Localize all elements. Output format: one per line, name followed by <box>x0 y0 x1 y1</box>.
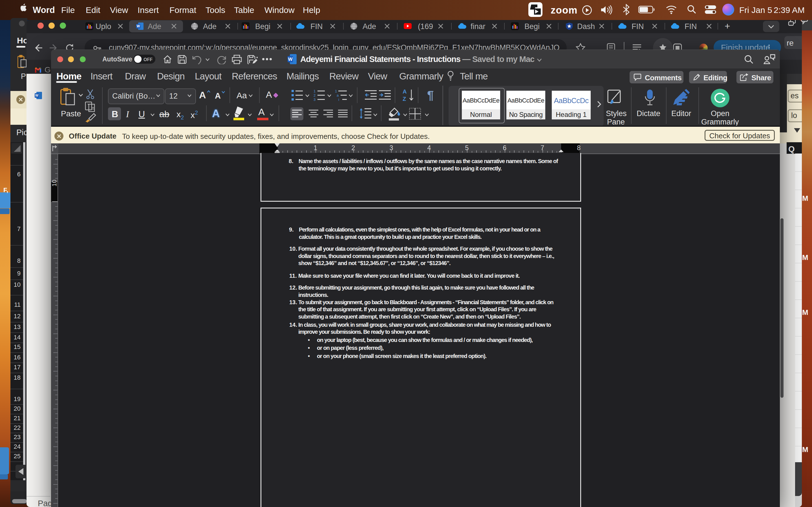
svg-text:i: i <box>338 98 339 101</box>
svg-text:2: 2 <box>313 93 315 98</box>
svg-text:A: A <box>403 89 407 95</box>
svg-text:1: 1 <box>313 89 315 93</box>
svg-text:1: 1 <box>335 89 337 93</box>
svg-text:W: W <box>137 24 140 28</box>
svg-text:10: 10 <box>51 180 58 186</box>
svg-text:W: W <box>35 94 39 98</box>
svg-text:Z: Z <box>403 96 406 102</box>
svg-text:3: 3 <box>313 98 315 101</box>
svg-text:a: a <box>337 93 339 98</box>
svg-text:W: W <box>288 57 293 62</box>
